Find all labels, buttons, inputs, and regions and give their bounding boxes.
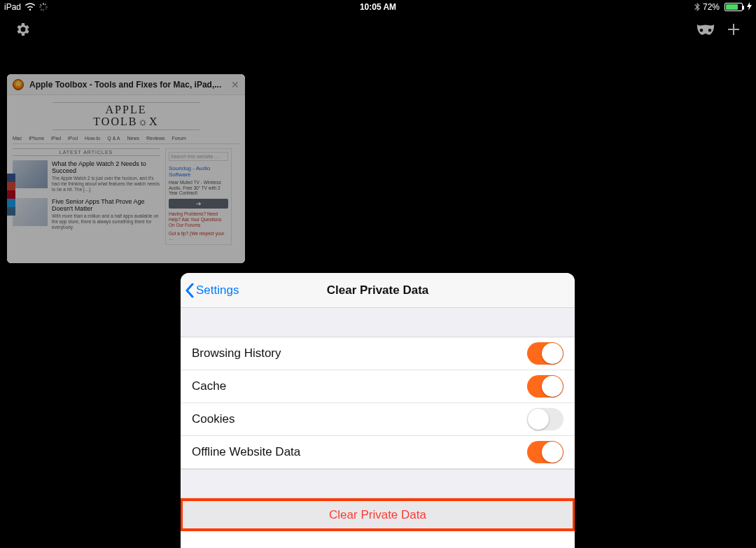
bluetooth-icon [694, 3, 700, 11]
toggle-browsing-history[interactable] [527, 342, 564, 365]
svg-rect-2 [39, 6, 41, 7]
settings-gear-icon[interactable] [13, 20, 32, 39]
row-cache: Cache [181, 370, 575, 403]
svg-rect-1 [43, 9, 43, 11]
row-cookies: Cookies [181, 403, 575, 436]
device-label: iPad [4, 2, 21, 12]
modal-header: Settings Clear Private Data [181, 273, 575, 308]
back-to-settings-button[interactable]: Settings [185, 273, 239, 307]
modal-title: Clear Private Data [327, 283, 429, 297]
toggle-cache[interactable] [527, 375, 564, 398]
svg-rect-7 [41, 8, 43, 10]
clear-private-data-button[interactable]: Clear Private Data [181, 498, 575, 531]
chevron-left-icon [185, 283, 195, 298]
row-offline-data: Offline Website Data [181, 436, 575, 469]
loading-spinner-icon [39, 3, 48, 11]
toggle-offline-data[interactable] [527, 441, 564, 463]
clear-private-data-modal: Settings Clear Private Data Browsing His… [181, 273, 575, 548]
tab-thumbnail[interactable]: Apple Toolbox - Tools and Fixes for Mac,… [7, 74, 245, 263]
section-spacer [181, 308, 575, 337]
svg-rect-3 [46, 6, 48, 7]
svg-rect-5 [45, 8, 47, 10]
charging-icon [747, 2, 752, 13]
section-spacer [181, 469, 575, 498]
battery-percent: 72% [703, 2, 720, 12]
battery-icon [722, 3, 743, 11]
svg-rect-0 [43, 3, 43, 5]
wifi-icon [25, 3, 35, 11]
svg-rect-6 [44, 3, 46, 6]
toggle-cookies[interactable] [527, 408, 564, 430]
svg-rect-4 [40, 4, 42, 6]
browser-toolbar [0, 15, 756, 43]
private-mask-icon[interactable] [696, 20, 715, 39]
clock: 10:05 AM [360, 2, 396, 12]
back-label: Settings [196, 283, 239, 297]
dim-overlay [7, 74, 245, 263]
row-browsing-history: Browsing History [181, 337, 575, 370]
status-bar: iPad 10:05 AM 72% [0, 0, 756, 14]
new-tab-plus-icon[interactable] [724, 20, 743, 39]
